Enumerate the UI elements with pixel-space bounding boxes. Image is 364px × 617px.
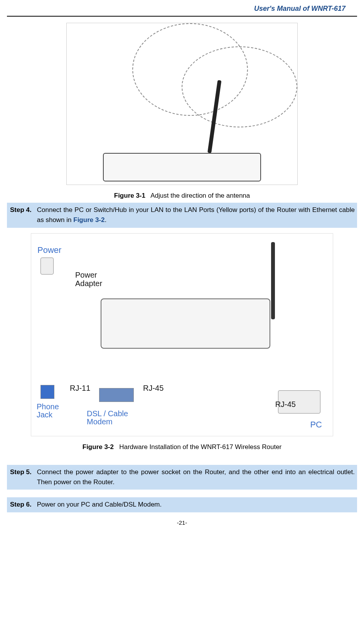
figure-3-1-text: Adjust the direction of the antenna	[150, 192, 250, 199]
step-6-text: Power on your PC and Cable/DSL Modem.	[37, 500, 355, 510]
diagram-label-pc: PC	[310, 420, 322, 430]
diagram-label-phone-jack: Phone Jack	[37, 403, 59, 419]
phone-jack-icon	[40, 385, 54, 399]
figure-3-1-image	[66, 23, 298, 185]
diagram-label-rj11: RJ-11	[70, 384, 90, 393]
step-5-text: Connect the power adapter to the power s…	[37, 467, 355, 488]
header-divider	[7, 16, 357, 17]
figure-3-2-caption: Figure 3-2 Hardware Installation of the …	[7, 443, 357, 451]
diagram-label-line: Phone	[37, 402, 59, 411]
step-4-text: Connect the PC or Switch/Hub in your LAN…	[37, 205, 355, 225]
figure-3-2-text: Hardware Installation of the WNRT-617 Wi…	[119, 443, 281, 451]
motion-ellipse-icon	[182, 46, 297, 127]
diagram-label-power-adapter: Power Adapter	[75, 271, 102, 288]
antenna-icon	[271, 242, 275, 319]
step-4-label: Step 4.	[9, 205, 37, 215]
page-number: -21-	[7, 519, 357, 530]
diagram-label-line: Jack	[37, 410, 52, 419]
router-icon	[103, 153, 261, 181]
step-6: Step 6. Power on your PC and Cable/DSL M…	[7, 497, 357, 512]
diagram-label-rj45-lan: RJ-45	[275, 400, 296, 409]
diagram-label-line: Adapter	[75, 279, 102, 288]
page-header-title: User's Manual of WNRT-617	[7, 3, 357, 13]
figure-3-2-label: Figure 3-2	[83, 443, 114, 451]
router-icon	[101, 298, 270, 349]
figure-3-1-caption: Figure 3-1 Adjust the direction of the a…	[7, 192, 357, 200]
figure-3-2-image: Power Power Adapter RJ-11 RJ-45 RJ-45 Ph…	[31, 233, 333, 436]
step-5: Step 5. Connect the power adapter to the…	[7, 465, 357, 490]
step-6-label: Step 6.	[9, 500, 37, 510]
step-5-label: Step 5.	[9, 467, 37, 477]
diagram-label-line: Modem	[87, 417, 113, 426]
diagram-label-line: DSL / Cable	[87, 409, 128, 418]
figure-3-1-label: Figure 3-1	[114, 192, 145, 199]
diagram-label-rj45-wan: RJ-45	[143, 384, 163, 393]
diagram-label-power: Power	[37, 245, 61, 255]
power-outlet-icon	[40, 258, 54, 275]
diagram-label-line: Power	[75, 271, 97, 279]
diagram-label-modem: DSL / Cable Modem	[87, 410, 128, 426]
figure-3-2-link[interactable]: Figure 3-2	[73, 216, 104, 224]
step-4-text-post: .	[105, 216, 107, 224]
modem-icon	[99, 388, 134, 402]
step-4: Step 4. Connect the PC or Switch/Hub in …	[7, 203, 357, 228]
